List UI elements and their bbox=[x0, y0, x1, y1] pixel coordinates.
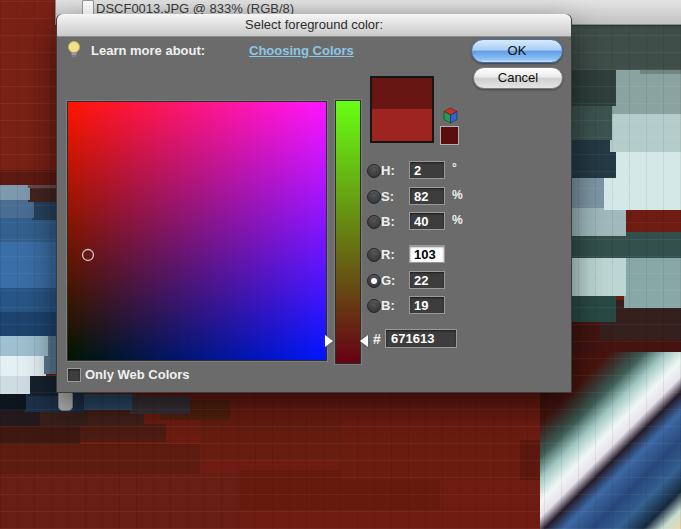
radio-brightness[interactable] bbox=[367, 215, 381, 229]
slider-arrow-left[interactable] bbox=[325, 335, 333, 347]
choosing-colors-link[interactable]: Choosing Colors bbox=[249, 43, 354, 58]
blue-input[interactable] bbox=[409, 296, 445, 314]
dialog-title: Select foreground color: bbox=[245, 17, 383, 32]
hue-label: H: bbox=[381, 163, 395, 178]
photo-pixel-block bbox=[0, 0, 62, 170]
saturation-input[interactable] bbox=[409, 187, 445, 205]
only-web-colors-label: Only Web Colors bbox=[85, 367, 190, 382]
slider-arrow-right[interactable] bbox=[360, 335, 368, 347]
radio-hue[interactable] bbox=[367, 164, 381, 178]
photo-pixel-block bbox=[0, 240, 62, 288]
photo-pixel-block bbox=[0, 474, 240, 529]
radio-red[interactable] bbox=[367, 248, 381, 262]
green-input[interactable] bbox=[409, 271, 445, 289]
photo-pixel-block bbox=[624, 258, 681, 308]
radio-saturation[interactable] bbox=[367, 190, 381, 204]
photo-pixel-block bbox=[566, 256, 626, 296]
photo-pixel-block bbox=[0, 310, 62, 336]
web-safe-color-swatch[interactable] bbox=[440, 126, 459, 145]
photo-pixel-block bbox=[38, 410, 88, 426]
photo-pixel-block bbox=[610, 112, 681, 152]
lightbulb-icon bbox=[67, 40, 81, 60]
photo-pixel-block bbox=[0, 392, 26, 410]
ok-button[interactable]: OK bbox=[471, 39, 563, 63]
photo-pixel-block bbox=[0, 354, 46, 376]
saturation-unit: % bbox=[452, 188, 463, 202]
hue-input[interactable] bbox=[409, 161, 445, 179]
document-window-corner bbox=[58, 393, 73, 411]
photo-pixel-block bbox=[566, 292, 616, 322]
photo-pixel-block bbox=[566, 104, 612, 140]
photo-pixel-block bbox=[200, 420, 340, 460]
photo-pixel-block bbox=[80, 394, 132, 410]
saturation-label: S: bbox=[381, 189, 394, 204]
document-icon bbox=[82, 0, 94, 15]
photo-pixel-block bbox=[0, 374, 30, 394]
red-label: R: bbox=[381, 247, 395, 262]
hex-hash-label: # bbox=[373, 331, 381, 347]
web-safe-cube-icon[interactable] bbox=[442, 107, 459, 124]
learn-more-label: Learn more about: bbox=[91, 43, 205, 58]
photo-pixel-block bbox=[76, 424, 166, 442]
color-swatch-pair bbox=[370, 76, 434, 143]
photo-pixel-block bbox=[130, 396, 190, 414]
photo-pixel-block bbox=[0, 424, 80, 444]
hex-input[interactable] bbox=[385, 329, 457, 348]
green-channel-slider[interactable] bbox=[335, 100, 361, 364]
photo-pixel-block bbox=[0, 334, 48, 356]
brightness-input[interactable] bbox=[409, 212, 445, 230]
photo-pixel-block bbox=[612, 70, 681, 114]
blue-label: B: bbox=[381, 298, 395, 313]
cancel-button[interactable]: Cancel bbox=[473, 67, 563, 89]
new-color-swatch bbox=[372, 78, 432, 109]
brightness-unit: % bbox=[452, 213, 463, 227]
dialog-titlebar[interactable]: Select foreground color: bbox=[57, 14, 571, 37]
photo-pixel-block bbox=[566, 20, 681, 70]
radio-green[interactable] bbox=[367, 274, 381, 288]
green-label: G: bbox=[381, 273, 395, 288]
brightness-label: B: bbox=[381, 214, 395, 229]
color-field[interactable] bbox=[67, 101, 327, 361]
hue-unit: ° bbox=[452, 161, 457, 175]
red-input[interactable] bbox=[409, 245, 445, 263]
color-picker-dialog: Select foreground color: Learn more abou… bbox=[56, 14, 572, 393]
photo-pixel-block bbox=[0, 444, 200, 474]
current-color-swatch[interactable] bbox=[372, 109, 432, 141]
photo-pixel-block bbox=[340, 430, 520, 480]
photo-pixel-block bbox=[566, 138, 616, 178]
photo-pixel-block bbox=[566, 66, 616, 106]
only-web-colors-checkbox[interactable] bbox=[67, 368, 81, 382]
photo-pixel-block bbox=[566, 206, 626, 236]
radio-blue[interactable] bbox=[367, 299, 381, 313]
photo-pixel-block bbox=[0, 286, 62, 312]
